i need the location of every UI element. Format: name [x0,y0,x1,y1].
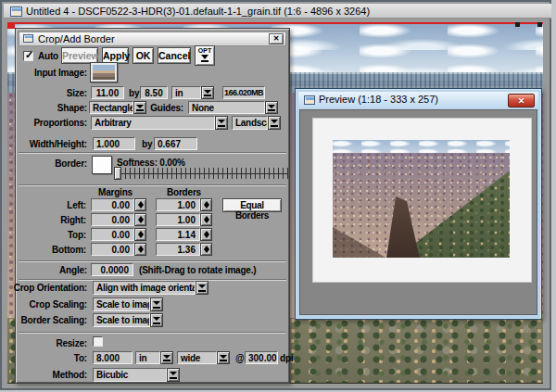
crop-handle-corner[interactable] [537,22,542,27]
border-bottom-spinner[interactable] [200,243,212,256]
border-top-field[interactable]: 1.14 [156,228,200,241]
orientation-dropdown[interactable]: Landscape [232,116,281,130]
crop-add-border-dialog: Crop/Add Border ✕ Auto Preview Apply OK … [15,28,290,384]
chevron-down-icon[interactable] [160,351,173,364]
crop-handle-left[interactable] [7,22,15,29]
proportions-dropdown[interactable]: Arbitrary [91,116,228,130]
margins-column-header: Margins [98,187,133,197]
margin-bottom-spinner[interactable] [134,243,146,256]
chevron-down-icon[interactable] [196,281,208,295]
chevron-down-icon[interactable] [150,297,163,311]
auto-label: Auto [38,51,58,61]
dialog-titlebar[interactable]: Crop/Add Border ✕ [19,32,286,46]
crop-scaling-dropdown[interactable]: Scale to image [93,297,163,311]
preview-border-mat [312,118,532,283]
chevron-down-icon[interactable] [268,116,281,130]
wh-height-field[interactable]: 0.667 [154,137,197,150]
auto-checkbox[interactable] [23,51,33,61]
crop-scaling-value: Scale to image [93,297,150,311]
input-image-label: Input Image: [34,68,87,78]
margin-left-spinner[interactable] [134,198,146,211]
size-label: Size: [67,88,87,98]
chevron-down-icon[interactable] [217,351,230,364]
shape-value: Rectangle [89,101,133,114]
guides-dropdown[interactable]: None [188,101,278,114]
chevron-down-icon[interactable] [201,86,214,99]
divider [19,152,286,154]
border-color-swatch[interactable] [92,156,112,174]
equal-borders-button[interactable]: Equal Borders [222,198,282,212]
size-units-dropdown[interactable]: in [171,86,214,99]
margin-top-field[interactable]: 0.00 [91,228,134,241]
border-bottom-field[interactable]: 1.36 [156,243,200,256]
screen: Untitled 4 - DSCF0522-3-HDR(3)-01.defaul… [0,0,556,392]
chevron-down-icon[interactable] [167,368,180,382]
chevron-down-icon[interactable] [265,101,278,114]
border-right-spinner[interactable] [200,213,212,226]
chevron-down-icon[interactable] [215,116,228,130]
preview-client-area [299,109,537,315]
dialog-title: Crop/Add Border [38,33,115,44]
margin-bottom-field[interactable]: 0.00 [91,243,134,256]
softness-slider-thumb[interactable] [114,167,121,180]
shape-label: Shape: [57,103,87,113]
resize-checkbox[interactable] [93,336,103,347]
border-left-spinner[interactable] [200,198,212,211]
crop-rectangle-top-edge[interactable] [7,22,543,24]
softness-slider[interactable] [116,168,288,179]
resize-units-value: in [135,351,160,364]
angle-field[interactable]: 0.0000 [91,263,133,276]
options-button-label: OPT [196,47,214,55]
main-window: Untitled 4 - DSCF0522-3-HDR(3)-01.defaul… [0,0,551,390]
dialog-icon [23,34,33,43]
margin-left-field[interactable]: 0.00 [91,198,134,211]
method-value: Bicubic [93,368,167,382]
chevron-down-icon[interactable] [150,313,163,327]
size-width-field[interactable]: 11.00 [91,86,124,99]
margin-right-spinner[interactable] [134,213,146,226]
options-button[interactable]: OPT [195,45,215,66]
chevron-down-icon[interactable] [133,101,146,114]
method-dropdown[interactable]: Bicubic [93,368,180,382]
size-units-value: in [171,86,201,99]
resize-to-field[interactable]: 8.000 [93,351,133,364]
file-size-field: 166.020MB [222,86,265,99]
border-top-spinner[interactable] [200,228,212,241]
proportions-value: Arbitrary [91,116,215,130]
cancel-button[interactable]: Cancel [158,47,191,64]
main-window-title: Untitled 4 - DSCF0522-3-HDR(3)-01.defaul… [26,6,370,17]
input-image-thumbnail[interactable] [90,62,118,82]
resize-units-dropdown[interactable]: in [135,351,173,364]
ok-button[interactable]: OK [133,47,154,64]
crop-handle-mid[interactable] [515,22,520,27]
at-label: @ [235,353,245,363]
preview-sky [333,140,510,153]
border-right-field[interactable]: 1.00 [156,213,200,226]
guides-label: Guides: [150,103,183,113]
divider [19,184,286,186]
wh-width-field[interactable]: 1.000 [93,137,135,150]
dpi-label: dpi [280,353,293,363]
border-scaling-dropdown[interactable]: Scale to image [93,313,163,327]
shape-dropdown[interactable]: Rectangle [89,101,146,114]
margin-right-field[interactable]: 0.00 [91,213,134,226]
main-window-titlebar[interactable]: Untitled 4 - DSCF0522-3-HDR(3)-01.defaul… [4,4,551,19]
border-scaling-label: Border Scaling: [21,315,87,325]
divider [19,260,286,262]
margin-top-spinner[interactable] [134,228,146,241]
margin-row-label: Top: [68,230,86,240]
preview-close-icon[interactable]: ✕ [508,94,535,107]
preview-icon [304,95,315,105]
border-label: Border: [55,158,87,169]
border-left-field[interactable]: 1.00 [156,198,200,211]
crop-orientation-value: Align with image orientation [93,281,196,295]
preview-titlebar[interactable]: Preview (1:18 - 333 x 257) ✕ [298,92,538,108]
crop-orientation-dropdown[interactable]: Align with image orientation [93,281,208,295]
app-icon [10,6,22,17]
resize-dimension-dropdown[interactable]: wide [177,351,230,364]
size-height-field[interactable]: 8.50 [140,86,168,99]
resolution-field[interactable]: 300.00 [245,351,278,364]
wh-by-label: by [142,139,152,149]
angle-note: (Shift-Drag to rotate image.) [139,265,256,275]
dialog-close-icon[interactable]: ✕ [269,33,284,44]
